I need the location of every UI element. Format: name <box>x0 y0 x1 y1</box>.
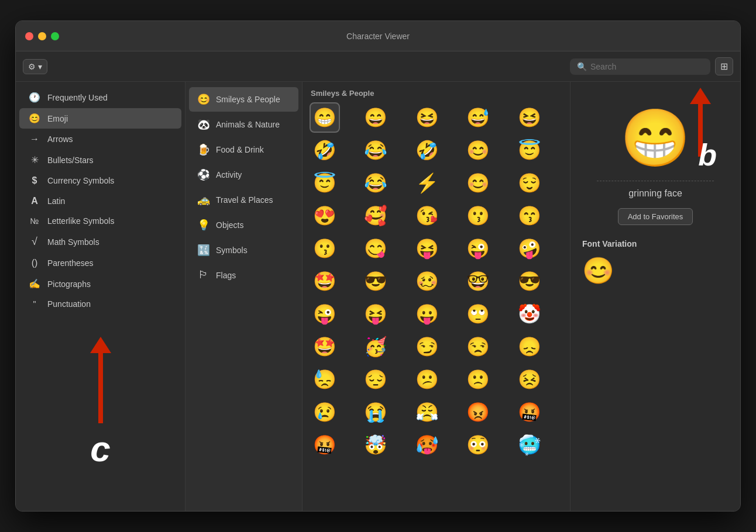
emoji-cell[interactable]: 🤓 <box>463 266 493 296</box>
sidebar-item-parentheses[interactable]: () Parentheses <box>19 253 181 273</box>
emoji-cell[interactable]: 🤯 <box>360 430 391 460</box>
animals-icon: 🐼 <box>197 118 210 131</box>
emoji-cell[interactable]: ⚡ <box>412 168 442 198</box>
emoji-cell[interactable]: 😂 <box>360 135 391 165</box>
sidebar-item-currency-symbols[interactable]: $ Currency Symbols <box>19 171 181 191</box>
add-to-favorites-button[interactable]: Add to Favorites <box>618 208 693 225</box>
search-input[interactable] <box>590 62 703 71</box>
emoji-cell[interactable]: 😝 <box>412 233 442 264</box>
bullets-icon: ✳ <box>29 154 40 165</box>
grid-view-button[interactable]: ⊞ <box>715 57 733 75</box>
sidebar-left: 🕐 Frequently Used 😊 Emoji → Arrows ✳ Bul… <box>16 82 185 511</box>
emoji-cell[interactable]: 🙁 <box>463 364 493 395</box>
emoji-cell[interactable]: 🤪 <box>514 233 545 264</box>
emoji-cell[interactable]: 🤣 <box>412 135 442 165</box>
emoji-cell[interactable]: 😔 <box>360 364 391 395</box>
mid-item-smileys-people[interactable]: 😊 Smileys & People <box>189 87 298 112</box>
emoji-cell[interactable]: 🥵 <box>412 430 442 460</box>
sidebar-item-letterlike-symbols[interactable]: № Letterlike Symbols <box>19 212 181 230</box>
sidebar-item-arrows[interactable]: → Arrows <box>19 129 181 149</box>
emoji-cell[interactable]: 😙 <box>514 201 545 231</box>
emoji-cell[interactable]: 🥴 <box>412 266 442 296</box>
emoji-cell[interactable]: 😍 <box>310 201 340 231</box>
emoji-cell[interactable]: 🤡 <box>514 299 545 329</box>
emoji-cell[interactable]: 🥳 <box>360 331 391 362</box>
sidebar-label-currency: Currency Symbols <box>47 176 114 185</box>
emoji-cell[interactable]: 😣 <box>514 364 545 395</box>
emoji-cell[interactable]: 😇 <box>514 135 545 165</box>
emoji-cell[interactable]: 🥰 <box>360 201 391 231</box>
emoji-cell[interactable]: 😳 <box>463 430 493 460</box>
emoji-cell[interactable]: 😎 <box>514 266 545 296</box>
mid-label-flags: Flags <box>216 271 236 280</box>
emoji-cell[interactable]: 🙄 <box>463 299 493 329</box>
emoji-cell[interactable]: 😭 <box>360 397 391 427</box>
emoji-cell[interactable]: 😄 <box>360 102 391 133</box>
emoji-cell[interactable]: 😊 <box>463 135 493 165</box>
emoji-cell[interactable]: 😎 <box>360 266 391 296</box>
emoji-cell[interactable]: 🥶 <box>514 430 545 460</box>
close-button[interactable] <box>25 32 33 40</box>
mid-item-animals-nature[interactable]: 🐼 Animals & Nature <box>189 112 298 137</box>
emoji-cell[interactable]: 😗 <box>463 201 493 231</box>
emoji-cell[interactable]: 😡 <box>463 397 493 427</box>
emoji-cell[interactable]: 😁 <box>310 102 340 133</box>
emoji-cell[interactable]: 😘 <box>412 201 442 231</box>
mid-item-food-drink[interactable]: 🍺 Food & Drink <box>189 137 298 162</box>
sidebar-item-punctuation[interactable]: " Punctuation <box>19 295 181 313</box>
emoji-cell[interactable]: 🤣 <box>310 135 340 165</box>
emoji-cell[interactable]: 😝 <box>360 299 391 329</box>
mid-item-activity[interactable]: ⚽ Activity <box>189 163 298 187</box>
symbols-icon: 🔣 <box>197 244 210 257</box>
mid-item-travel-places[interactable]: 🚕 Travel & Places <box>189 188 298 212</box>
emoji-cell[interactable]: 😕 <box>412 364 442 395</box>
emoji-cell[interactable]: 😢 <box>310 397 340 427</box>
sidebar-item-latin[interactable]: A Latin <box>19 191 181 211</box>
emoji-cell[interactable]: 😊 <box>463 168 493 198</box>
arrow-icon: → <box>29 134 40 144</box>
emoji-cell[interactable]: 🤩 <box>310 266 340 296</box>
maximize-button[interactable] <box>51 32 59 40</box>
mid-label-activity: Activity <box>216 170 242 179</box>
traffic-lights <box>25 32 59 40</box>
emoji-cell[interactable]: 😆 <box>514 102 545 133</box>
emoji-cell[interactable]: 😞 <box>514 331 545 362</box>
sidebar-item-emoji[interactable]: 😊 Emoji <box>19 108 181 129</box>
emoji-cell[interactable]: 😅 <box>463 102 493 133</box>
emoji-grid: 😁😄😆😅😆🤣😂🤣😊😇😇😂⚡😊😌😍🥰😘😗😙😗😋😝😜🤪🤩😎🥴🤓😎😜😝😛🙄🤡🤩🥳😏😒😞… <box>310 102 563 460</box>
search-icon: 🔍 <box>577 62 587 71</box>
emoji-cell[interactable]: 😆 <box>412 102 442 133</box>
gear-menu-button[interactable]: ⚙ ▾ <box>23 59 47 74</box>
emoji-cell[interactable]: 😌 <box>514 168 545 198</box>
emoji-cell[interactable]: 😗 <box>310 233 340 264</box>
emoji-cell[interactable]: 😜 <box>310 299 340 329</box>
latin-icon: A <box>29 196 40 206</box>
minimize-button[interactable] <box>38 32 46 40</box>
emoji-cell[interactable]: 😏 <box>412 331 442 362</box>
travel-icon: 🚕 <box>197 194 210 206</box>
emoji-cell[interactable]: 🤩 <box>310 331 340 362</box>
emoji-cell[interactable]: 😓 <box>310 364 340 395</box>
mid-item-objects[interactable]: 💡 Objects <box>189 213 298 237</box>
sidebar-item-bullets-stars[interactable]: ✳ Bullets/Stars <box>19 150 181 170</box>
sidebar-item-frequently-used[interactable]: 🕐 Frequently Used <box>19 87 181 108</box>
detail-panel-inner: 😁 grinning face Add to Favorites Font Va… <box>582 94 728 286</box>
emoji-cell[interactable]: 😛 <box>412 299 442 329</box>
sidebar-label-latin: Latin <box>47 196 65 206</box>
pictographs-icon: ✍ <box>29 278 40 289</box>
emoji-cell[interactable]: 😂 <box>360 168 391 198</box>
emoji-cell[interactable]: 😋 <box>360 233 391 264</box>
emoji-cell[interactable]: 😤 <box>412 397 442 427</box>
sidebar-item-math-symbols[interactable]: √ Math Symbols <box>19 231 181 253</box>
sidebar-item-pictographs[interactable]: ✍ Pictographs <box>19 274 181 294</box>
emoji-cell[interactable]: 🤬 <box>310 430 340 460</box>
emoji-cell[interactable]: 😇 <box>310 168 340 198</box>
mid-item-symbols[interactable]: 🔣 Symbols <box>189 238 298 262</box>
emoji-cell[interactable]: 😜 <box>463 233 493 264</box>
chevron-down-icon: ▾ <box>38 62 42 71</box>
titlebar: Character Viewer <box>16 21 740 51</box>
mid-item-flags[interactable]: 🏳 Flags <box>189 263 298 287</box>
emoji-cell[interactable]: 😒 <box>463 331 493 362</box>
emoji-cell[interactable]: 🤬 <box>514 397 545 427</box>
font-variation-title: Font Variation <box>582 239 637 248</box>
